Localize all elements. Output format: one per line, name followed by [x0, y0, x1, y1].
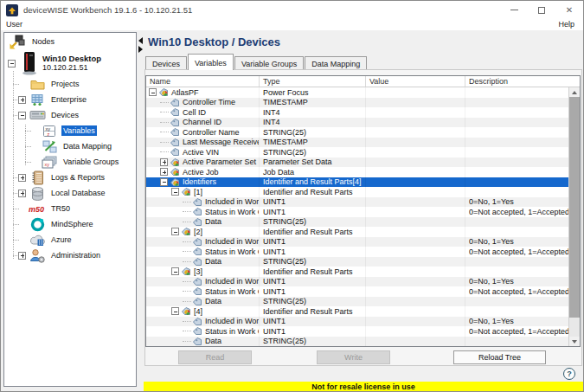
expand-plus-icon[interactable] — [18, 190, 26, 197]
cell-description — [465, 107, 570, 118]
expand-plus-icon[interactable] — [160, 168, 168, 176]
column-header-type[interactable]: Type — [260, 76, 366, 87]
tab-variables[interactable]: Variables — [188, 54, 234, 70]
collapse-minus-icon[interactable] — [171, 307, 179, 315]
cell-value — [366, 87, 465, 98]
table-row[interactable]: Active VINSTRING(25) — [146, 147, 580, 157]
table-row[interactable]: Controller NameSTRING(25) — [146, 127, 580, 138]
table-row[interactable]: DataSTRING(25) — [146, 337, 580, 347]
collapse-minus-icon[interactable] — [171, 188, 179, 196]
cell-name: Data — [205, 217, 221, 226]
tab-data-mapping[interactable]: Data Mapping — [305, 56, 367, 70]
table-row[interactable]: Active Parameter SetParameter Set Data — [146, 157, 580, 168]
cell-value — [366, 107, 465, 118]
cell-value — [366, 247, 465, 257]
sidebar-splitter-handle[interactable] — [137, 35, 144, 55]
table-row[interactable] — [146, 346, 580, 347]
table-row[interactable]: DataSTRING(25) — [146, 257, 580, 267]
collapse-minus-icon[interactable] — [171, 267, 179, 275]
table-row[interactable]: Status in Work OrdeUINT10=Not accepted, … — [146, 326, 580, 337]
maximize-button[interactable] — [528, 1, 555, 19]
tree-connector — [160, 128, 170, 136]
sidebar-item-label: Variable Groups — [61, 157, 120, 167]
table-row[interactable]: [1]Identifier and Result Parts — [146, 187, 580, 197]
expand-plus-icon[interactable] — [18, 252, 26, 260]
expand-plus-icon[interactable] — [18, 174, 26, 182]
expand-plus-icon[interactable] — [18, 96, 26, 104]
expand-plus-icon[interactable] — [160, 158, 168, 166]
sidebar-item-azure[interactable]: Azure — [4, 232, 136, 247]
collapse-minus-icon[interactable] — [18, 112, 26, 119]
close-button[interactable]: ✕ — [555, 1, 583, 19]
table-row[interactable]: [4]Identifier and Result Parts — [146, 306, 580, 317]
cell-name: Identifiers — [183, 177, 216, 186]
variable-tag-icon — [192, 317, 202, 326]
tab-variable-groups[interactable]: Variable Groups — [234, 56, 304, 70]
help-icon[interactable]: ? — [563, 368, 575, 380]
collapse-minus-icon[interactable] — [149, 88, 157, 96]
collapse-minus-icon[interactable] — [160, 178, 168, 186]
table-row[interactable]: Cell IDINT4 — [146, 107, 580, 118]
table-row[interactable]: [3]Identifier and Result Parts — [146, 267, 580, 277]
cell-name: [3] — [194, 267, 202, 276]
collapse-minus-icon[interactable] — [8, 60, 16, 67]
cell-name: [2] — [194, 228, 202, 236]
table-row[interactable]: IdentifiersIdentifier and Result Parts[4… — [146, 177, 580, 188]
cell-value — [366, 306, 465, 317]
table-row[interactable]: DataSTRING(25) — [146, 217, 580, 228]
sidebar-item-projects[interactable]: Projects — [4, 76, 136, 92]
table-row[interactable]: Status in Work OrdeUINT10=Not accepted, … — [146, 247, 580, 257]
cell-type: UINT1 — [260, 207, 366, 217]
table-row[interactable]: DataSTRING(25) — [146, 297, 580, 307]
sidebar-item-nodes[interactable]: Nodes — [4, 33, 136, 50]
sidebar-item-mindsphere[interactable]: MindSphere — [4, 216, 136, 232]
cell-type: STRING(25) — [260, 297, 366, 307]
minimize-button[interactable] — [500, 1, 528, 19]
sidebar-item-variable-groups[interactable]: xyVariable Groups — [4, 154, 136, 170]
sidebar-item-enterprise[interactable]: Enterprise — [4, 92, 136, 107]
table-row[interactable]: [2]Identifier and Result Parts — [146, 227, 580, 237]
struct-variable-icon — [170, 157, 180, 167]
table-row[interactable]: Included in Work OrUINT10=No, 1=Yes — [146, 197, 580, 208]
read-button[interactable]: Read — [178, 350, 252, 364]
close-icon: ✕ — [566, 6, 573, 15]
cell-description — [465, 257, 570, 267]
write-button[interactable]: Write — [317, 350, 390, 364]
table-row[interactable]: Status in Work OrdeUINT10=Not accepted, … — [146, 207, 580, 217]
variable-tag-icon — [192, 326, 202, 336]
table-row[interactable]: Included in Work OrUINT10=No, 1=Yes — [146, 317, 580, 327]
menu-help[interactable]: Help — [558, 20, 574, 29]
cell-type: STRING(25) — [260, 147, 366, 157]
sidebar-item-win10-desktop[interactable]: Win10 Desktop10.120.21.51 — [4, 50, 136, 76]
table-row[interactable]: AtlasPFPower Focus — [146, 87, 580, 98]
table-row[interactable]: Controller TimeTIMESTAMP — [146, 98, 580, 108]
table-row[interactable]: Status in Work OrdeUINT10=Not accepted, … — [146, 286, 580, 297]
tree-connector — [160, 119, 170, 126]
sidebar-item-local-database[interactable]: Local Database — [4, 185, 136, 201]
reload-tree-button[interactable]: Reload Tree — [453, 350, 546, 364]
scrollbar-thumb[interactable] — [569, 97, 580, 318]
table-row[interactable]: Included in Work OrUINT10=No, 1=Yes — [146, 277, 580, 287]
column-header-description[interactable]: Description — [465, 76, 580, 87]
sidebar-item-tr50[interactable]: m50TR50 — [4, 201, 136, 216]
collapse-minus-icon[interactable] — [171, 228, 179, 235]
tab-devices[interactable]: Devices — [145, 56, 187, 70]
table-row[interactable]: Included in Work OrUINT10=No, 1=Yes — [146, 237, 580, 247]
sidebar-item-devices[interactable]: Devices — [4, 107, 136, 123]
license-statusbar: Not for resale license in use — [144, 382, 583, 392]
column-header-value[interactable]: Value — [366, 76, 465, 87]
table-row[interactable]: Channel IDINT4 — [146, 118, 580, 128]
vertical-scrollbar[interactable] — [568, 87, 580, 346]
scroll-up-button[interactable] — [569, 87, 580, 97]
sidebar-item-administration[interactable]: Administration — [4, 247, 136, 263]
table-row[interactable]: Last Message ReceivedTIMESTAMP — [146, 138, 580, 148]
sidebar-item-logs-reports[interactable]: Logs & Reports — [4, 170, 136, 185]
sidebar-item-data-mapping[interactable]: Data Mapping — [4, 138, 136, 154]
cell-value — [366, 237, 465, 247]
scroll-down-button[interactable] — [569, 337, 580, 346]
table-row[interactable]: Active JobJob Data — [146, 167, 580, 177]
menu-user[interactable]: User — [6, 20, 22, 29]
sidebar-item-label: Azure — [49, 235, 74, 245]
column-header-name[interactable]: Name — [146, 76, 260, 87]
sidebar-item-variables[interactable]: xyzVariables — [4, 123, 136, 138]
